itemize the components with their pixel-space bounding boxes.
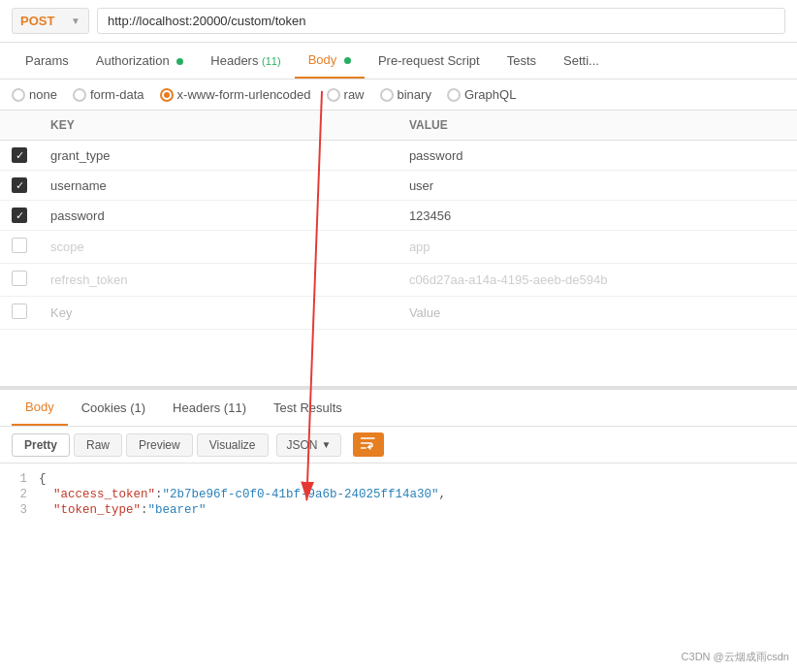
- line-num-3: 3: [0, 503, 39, 517]
- key-scope[interactable]: scope: [39, 231, 398, 264]
- url-bar: POST ▼: [0, 0, 797, 43]
- json-brace-open: {: [39, 472, 47, 486]
- line-num-2: 2: [0, 488, 39, 501]
- table-row: ✓ username user: [0, 171, 797, 201]
- json-key-token-type: "token_type": [53, 503, 141, 517]
- option-form-data[interactable]: form-data: [73, 87, 144, 102]
- radio-raw: [327, 88, 340, 102]
- empty-space: [0, 330, 797, 388]
- response-tab-headers[interactable]: Headers (11): [159, 391, 260, 425]
- json-format-select[interactable]: JSON ▼: [276, 433, 342, 457]
- body-dot: [344, 57, 351, 64]
- checkbox-scope[interactable]: [12, 238, 27, 253]
- tab-tests[interactable]: Tests: [494, 44, 550, 78]
- key-username[interactable]: username: [39, 171, 398, 201]
- checkbox-grant-type[interactable]: ✓: [12, 147, 27, 163]
- params-table: KEY VALUE ✓ grant_type password ✓: [0, 111, 797, 330]
- json-line-2: 2 "access_token" : "2b7be96f-c0f0-41bf-9…: [0, 487, 797, 502]
- response-tab-body[interactable]: Body: [12, 390, 68, 426]
- radio-binary: [380, 88, 394, 102]
- response-section: Body Cookies (1) Headers (11) Test Resul…: [0, 388, 797, 526]
- request-tabs: Params Authorization Headers (11) Body P…: [0, 43, 797, 80]
- col-check: [0, 111, 39, 141]
- json-line-3: 3 "token_type" : "bearer": [0, 502, 797, 518]
- col-key-header: KEY: [39, 111, 398, 141]
- option-x-www[interactable]: x-www-form-urlencoded: [160, 87, 311, 102]
- headers-badge: (11): [262, 55, 281, 67]
- value-refresh-token[interactable]: c06d27aa-a14a-4195-aeeb-de594b: [398, 264, 797, 297]
- radio-none: [12, 88, 25, 102]
- response-tab-cookies[interactable]: Cookies (1): [68, 391, 159, 425]
- format-pretty[interactable]: Pretty: [12, 433, 70, 457]
- radio-form-data: [73, 88, 86, 102]
- authorization-dot: [176, 58, 183, 65]
- checkbox-password[interactable]: ✓: [12, 208, 27, 223]
- tab-authorization[interactable]: Authorization: [82, 44, 198, 78]
- method-label: POST: [20, 14, 54, 28]
- value-password[interactable]: 123456: [398, 201, 797, 231]
- format-raw[interactable]: Raw: [74, 433, 122, 457]
- key-refresh-token[interactable]: refresh_token: [39, 264, 398, 297]
- value-username[interactable]: user: [398, 171, 797, 201]
- table-row: ✓ grant_type password: [0, 141, 797, 171]
- option-binary[interactable]: binary: [380, 87, 431, 102]
- tab-settings[interactable]: Setti...: [550, 44, 613, 78]
- option-raw[interactable]: raw: [327, 87, 365, 102]
- line-num-1: 1: [0, 472, 39, 486]
- value-placeholder[interactable]: Value: [398, 297, 797, 330]
- json-key-access-token: "access_token": [53, 488, 155, 501]
- col-value-header: VALUE: [398, 111, 797, 141]
- value-scope[interactable]: app: [398, 231, 797, 264]
- json-value-access-token: "2b7be96f-c0f0-41bf-9a6b-24025ff14a30": [163, 488, 439, 501]
- tab-headers[interactable]: Headers (11): [197, 44, 294, 78]
- table-row: refresh_token c06d27aa-a14a-4195-aeeb-de…: [0, 264, 797, 297]
- table-row: ✓ password 123456: [0, 201, 797, 231]
- json-value-token-type: "bearer": [148, 503, 207, 517]
- option-none[interactable]: none: [12, 87, 57, 102]
- checkbox-username[interactable]: ✓: [12, 177, 27, 193]
- format-tabs: Pretty Raw Preview Visualize JSON ▼: [0, 427, 797, 464]
- url-input[interactable]: [97, 8, 785, 34]
- tab-pre-request[interactable]: Pre-request Script: [365, 44, 494, 78]
- wrap-button[interactable]: [353, 432, 384, 457]
- checkbox-refresh-token[interactable]: [12, 271, 27, 286]
- json-line-1: 1 {: [0, 471, 797, 487]
- tab-params[interactable]: Params: [12, 44, 82, 78]
- value-grant-type[interactable]: password: [398, 141, 797, 171]
- option-graphql[interactable]: GraphQL: [447, 87, 516, 102]
- table-row: scope app: [0, 231, 797, 264]
- radio-graphql: [447, 88, 461, 102]
- json-arrow: ▼: [322, 439, 332, 450]
- checkbox-empty[interactable]: [12, 304, 27, 319]
- method-arrow: ▼: [71, 16, 80, 26]
- method-select[interactable]: POST ▼: [12, 8, 89, 34]
- response-tabs: Body Cookies (1) Headers (11) Test Resul…: [0, 390, 797, 427]
- key-placeholder[interactable]: Key: [39, 297, 398, 330]
- tab-body[interactable]: Body: [295, 43, 365, 79]
- response-tab-test-results[interactable]: Test Results: [260, 391, 356, 425]
- table-row-placeholder: Key Value: [0, 297, 797, 330]
- radio-x-www: [160, 88, 174, 102]
- key-grant-type[interactable]: grant_type: [39, 141, 398, 171]
- format-preview[interactable]: Preview: [126, 433, 193, 457]
- body-options: none form-data x-www-form-urlencoded raw…: [0, 80, 797, 111]
- json-output: 1 { 2 "access_token" : "2b7be96f-c0f0-41…: [0, 464, 797, 526]
- key-password[interactable]: password: [39, 201, 398, 231]
- format-visualize[interactable]: Visualize: [197, 433, 269, 457]
